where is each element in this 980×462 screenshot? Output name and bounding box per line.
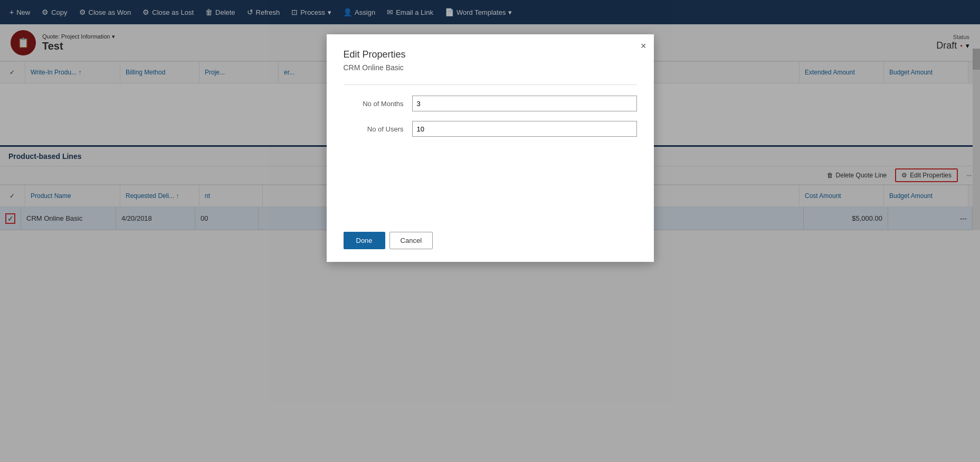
modal-title: Edit Properties [344, 49, 637, 60]
months-label: No of Months [344, 100, 412, 108]
modal-close-button[interactable]: × [641, 41, 646, 52]
form-row-users: No of Users [344, 121, 637, 137]
months-input[interactable] [412, 96, 637, 111]
modal-footer: Done Cancel [344, 232, 637, 249]
modal-divider [344, 84, 637, 85]
cancel-button[interactable]: Cancel [389, 232, 433, 249]
users-label: No of Users [344, 125, 412, 133]
modal-overlay: × Edit Properties CRM Online Basic No of… [0, 0, 980, 462]
modal-subtitle: CRM Online Basic [344, 63, 637, 72]
edit-properties-modal: × Edit Properties CRM Online Basic No of… [327, 34, 654, 262]
done-button[interactable]: Done [344, 232, 385, 249]
form-row-months: No of Months [344, 96, 637, 111]
users-input[interactable] [412, 121, 637, 137]
